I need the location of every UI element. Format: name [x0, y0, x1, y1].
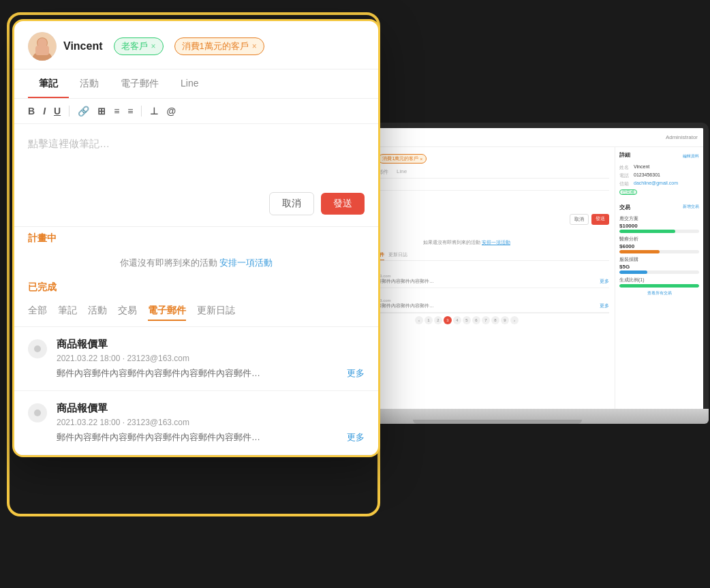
laptop-new-trade-btn: 新增交易: [683, 204, 699, 210]
filter-email[interactable]: 電子郵件: [148, 305, 186, 321]
link-icon[interactable]: 🔗: [78, 106, 89, 117]
tab-notes[interactable]: 筆記: [28, 69, 69, 98]
main-tabs: 筆記 活動 電子郵件 Line: [14, 69, 378, 99]
laptop-detail-email: 信箱 dachline@gmail.com: [619, 181, 699, 187]
laptop-detail-phone: 電話 0123456301: [619, 172, 699, 179]
list-icon[interactable]: ≡: [114, 106, 119, 117]
laptop-trade-3: 服裝採購 $5G: [619, 256, 699, 274]
email-meta-2: 2021.03.22 18:00 · 23123@163.com: [57, 418, 365, 427]
trade-bar-fill-2: [619, 250, 660, 253]
trade-bar-fill-3: [619, 270, 647, 274]
laptop-filter-changelog: 更新日誌: [388, 250, 407, 260]
image-icon[interactable]: ⊞: [97, 106, 106, 117]
planning-section: 計畫中 你還沒有即將到來的活動 安排一項活動: [14, 226, 378, 276]
tag-label: 老客戶: [121, 40, 148, 52]
laptop-right-title: 詳細: [619, 151, 630, 159]
planning-label: 計畫中: [14, 227, 378, 250]
page-4: 4: [453, 316, 461, 324]
laptop-view-all-trades: 查看所有交易: [619, 290, 699, 296]
completed-label: 已完成: [14, 276, 378, 299]
email-item-1: 商品報價單 2021.03.22 18:00 · 23123@163.com 郵…: [14, 327, 378, 391]
laptop-send-btn: 發送: [591, 214, 609, 225]
tag-close-icon[interactable]: ×: [252, 42, 257, 51]
laptop-schedule-link: 安排一項活動: [482, 240, 510, 245]
laptop-trade-1: 應交方案 $10000: [619, 215, 699, 233]
filter-all[interactable]: 全部: [28, 305, 47, 321]
card-header: Vincent 老客戶 × 消費1萬元的客戶 ×: [14, 21, 378, 69]
mention-icon[interactable]: @: [166, 106, 176, 117]
email-more-2[interactable]: 更多: [347, 431, 365, 444]
email-more-1[interactable]: 更多: [347, 367, 365, 380]
completed-section: 已完成: [14, 276, 378, 299]
laptop-trade-2: 醫療分析 $6000: [619, 236, 699, 253]
page-5: 5: [463, 316, 471, 324]
email-meta-1: 2021.03.22 18:00 · 23123@163.com: [57, 354, 365, 363]
email-status-indicator-2: [34, 409, 41, 416]
note-area[interactable]: 點擊這裡做筆記…: [14, 124, 378, 192]
laptop-trade-4: 生成比例(1): [619, 277, 699, 288]
laptop-cancel-btn: 取消: [570, 214, 589, 225]
laptop-trades-title: 交易: [619, 204, 630, 211]
ordered-list-icon[interactable]: ≡: [127, 106, 133, 117]
italic-icon[interactable]: I: [43, 106, 46, 117]
filter-tabs: 全部 筆記 活動 交易 電子郵件 更新日誌: [14, 299, 378, 327]
trade-bar-fill-1: [619, 230, 675, 233]
laptop-admin-label: Administrator: [666, 134, 698, 140]
svg-rect-4: [35, 46, 49, 55]
laptop-edit-btn: 編輯資料: [683, 153, 699, 159]
filter-activity[interactable]: 活動: [88, 305, 107, 321]
user-name: Vincent: [63, 40, 103, 52]
filter-notes[interactable]: 筆記: [58, 305, 77, 321]
laptop-tag-complete: 已完成: [619, 189, 699, 196]
text-toolbar: B I U 🔗 ⊞ ≡ ≡ ⊥ @: [14, 99, 378, 124]
email-preview-2: 郵件內容郵件內容郵件內容郵件內容郵件內容郵件… 更多: [57, 431, 365, 444]
trade-bar-1: [619, 230, 699, 233]
tag-vip-customer[interactable]: 消費1萬元的客戶 ×: [174, 37, 264, 55]
tag-label: 消費1萬元的客戶: [182, 40, 249, 52]
email-dot-2: [28, 403, 47, 422]
bold-icon[interactable]: B: [28, 106, 35, 117]
cancel-button[interactable]: 取消: [269, 192, 314, 215]
email-status-indicator: [34, 345, 41, 352]
page-1: 1: [425, 316, 433, 324]
underline-icon[interactable]: U: [54, 106, 61, 117]
laptop-detail-name: 姓名 Vincent: [619, 164, 699, 171]
trade-bar-4: [619, 284, 699, 288]
no-activity-text: 你還沒有即將到來的活動 安排一項活動: [14, 250, 378, 276]
schedule-link[interactable]: 安排一項活動: [219, 258, 273, 268]
page-2: 2: [434, 316, 442, 324]
page-7: 7: [482, 316, 490, 324]
tag-close-icon[interactable]: ×: [151, 42, 156, 51]
page-8: 8: [491, 316, 499, 324]
page-6: 6: [472, 316, 480, 324]
main-card: Vincent 老客戶 × 消費1萬元的客戶 × 筆記 活動 電子郵件 Line…: [12, 19, 380, 457]
email-title-2[interactable]: 商品報價單: [57, 402, 365, 415]
tab-activity[interactable]: 活動: [69, 69, 110, 98]
email-content-2: 商品報價單 2021.03.22 18:00 · 23123@163.com 郵…: [57, 402, 365, 444]
filter-trade[interactable]: 交易: [118, 305, 137, 321]
toolbar-separator: [69, 106, 70, 117]
avatar: [28, 32, 57, 61]
note-placeholder: 點擊這裡做筆記…: [28, 138, 110, 149]
page-next: ›: [510, 316, 519, 324]
format-icon[interactable]: ⊥: [150, 106, 158, 117]
laptop-email-more-1: 更多: [600, 278, 609, 285]
laptop-right-panel: 詳細 編輯資料 姓名 Vincent 電話 0123456301 信箱 dach…: [615, 147, 703, 409]
trade-bar-3: [619, 270, 699, 274]
page-9: 9: [501, 316, 509, 324]
filter-changelog[interactable]: 更新日誌: [197, 305, 235, 321]
trade-bar-fill-4: [619, 284, 699, 288]
toolbar-separator-2: [141, 106, 142, 117]
laptop-tab-line: Line: [392, 166, 411, 178]
laptop-tag-orange: 消費1萬元的客戶 ×: [378, 154, 427, 164]
email-item-2: 商品報價單 2021.03.22 18:00 · 23123@163.com 郵…: [14, 391, 378, 455]
trade-bar-2: [619, 250, 699, 253]
tab-line[interactable]: Line: [170, 69, 209, 98]
email-title-1[interactable]: 商品報價單: [57, 338, 365, 351]
tab-email[interactable]: 電子郵件: [110, 69, 170, 98]
tag-old-customer[interactable]: 老客戶 ×: [114, 37, 164, 55]
page-prev: ‹: [415, 316, 423, 324]
send-button[interactable]: 發送: [321, 193, 365, 215]
email-preview-1: 郵件內容郵件內容郵件內容郵件內容郵件內容郵件… 更多: [57, 367, 365, 380]
note-actions: 取消 發送: [14, 192, 378, 226]
